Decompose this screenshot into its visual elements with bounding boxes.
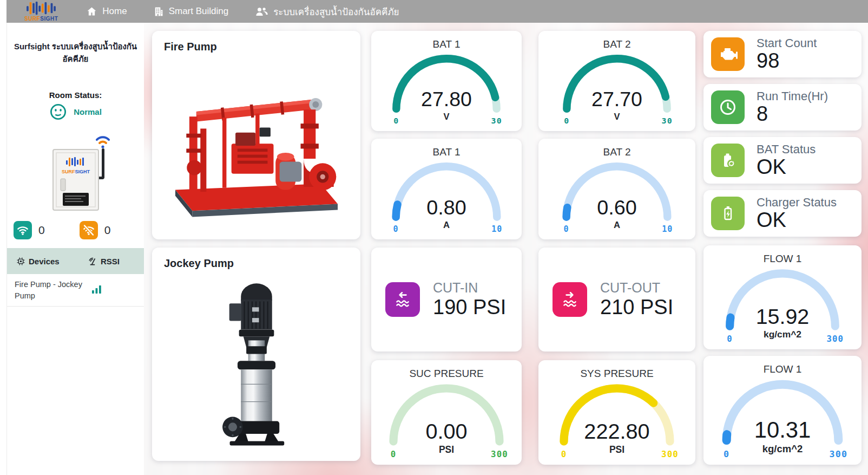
nav-item-smart-building[interactable]: Smart Building [153, 6, 229, 17]
svg-text:10.31: 10.31 [754, 417, 811, 443]
devices-column-header: Devices [17, 257, 86, 266]
svg-text:30: 30 [491, 116, 502, 126]
iot-cabinet-illustration: SURFSIGHT [32, 127, 119, 214]
svg-text:SURFSIGHT: SURFSIGHT [61, 169, 90, 174]
svg-text:0: 0 [724, 449, 729, 459]
cut-in-value: 190 PSI [433, 297, 506, 318]
nav-smart-building-label: Smart Building [169, 6, 229, 17]
jockey-pump-card: Jockey Pump [152, 248, 360, 461]
room-status: Normal [7, 103, 144, 121]
gauge-title: BAT 1 [371, 146, 522, 158]
gauge-card-bat2-current: BAT 2 0.60 A 0 10 [538, 139, 695, 239]
svg-text:PSI: PSI [609, 444, 624, 455]
gauge-title: SUC PRESURE [371, 368, 522, 380]
svg-text:0: 0 [391, 449, 397, 459]
semicircle-gauge: 0.00 PSI 0 300 [376, 381, 517, 460]
nav-home-label: Home [102, 6, 127, 17]
wifi-offline-icon [80, 221, 98, 239]
room-status-label: Room Status: [7, 90, 144, 100]
chip-icon [17, 257, 25, 265]
nav-item-home[interactable]: Home [86, 6, 127, 17]
cut-out-label: CUT-OUT [600, 281, 673, 295]
water-in-icon [385, 282, 420, 317]
rssi-header-label: RSSI [101, 257, 120, 266]
fire-pump-card: Fire Pump [152, 31, 360, 239]
run-time-label: Run Time(Hr) [757, 90, 828, 102]
fire-pump-dashboard: SURFSIGHT Home Smart Building [0, 0, 868, 475]
bat-status-label: BAT Status [757, 143, 816, 155]
gauge-title: BAT 2 [538, 146, 695, 158]
gauge-card-flow1-bottom: FLOW 1 10.31 kg/cm^2 0 300 [703, 356, 862, 465]
svg-text:0.80: 0.80 [426, 196, 466, 219]
gauge-title: FLOW 1 [703, 363, 862, 375]
semicircle-gauge: 10.31 kg/cm^2 0 300 [708, 376, 857, 460]
device-row-fire-pump-jockey-pump[interactable]: Fire Pump - Jockey Pump [7, 274, 144, 307]
svg-text:0: 0 [564, 116, 569, 126]
fire-pump-illustration [161, 64, 352, 226]
surfsight-logo[interactable]: SURFSIGHT [24, 2, 58, 22]
device-table-header: Devices RSSI [7, 248, 144, 274]
svg-text:0.00: 0.00 [425, 419, 467, 443]
svg-text:PSI: PSI [439, 444, 454, 455]
svg-text:0: 0 [564, 224, 569, 234]
nav-fire-pump-system-label: ระบบเครื่องสูบน้ำป้องกันอัคคีภัย [273, 4, 399, 19]
svg-text:222.80: 222.80 [584, 419, 649, 443]
cut-out-card: CUT-OUT 210 PSI [538, 248, 695, 352]
devices-header-label: Devices [29, 257, 60, 266]
device-name: Fire Pump - Jockey Pump [15, 279, 84, 301]
people-icon [254, 6, 268, 17]
charger-status-card: Charger Status OK [703, 190, 862, 237]
svg-text:0: 0 [727, 334, 733, 344]
jockey-pump-illustration [205, 280, 308, 448]
semicircle-gauge: 27.70 V 0 30 [543, 51, 691, 127]
svg-text:kg/cm^2: kg/cm^2 [764, 329, 801, 340]
gauge-card-flow1-top: FLOW 1 15.92 kg/cm^2 0 300 [703, 245, 862, 349]
smiley-face-icon [49, 103, 67, 121]
connection-counters: 0 0 [14, 221, 137, 239]
fire-pump-image [152, 55, 360, 235]
signal-bars-icon [91, 285, 102, 296]
svg-text:300: 300 [826, 334, 844, 344]
svg-text:A: A [443, 220, 450, 230]
building-icon [153, 6, 164, 17]
nav-item-fire-pump-system[interactable]: ระบบเครื่องสูบน้ำป้องกันอัคคีภัย [254, 4, 399, 19]
semicircle-gauge: 15.92 kg/cm^2 0 300 [708, 266, 857, 345]
jockey-pump-image [152, 271, 360, 457]
run-time-value: 8 [757, 103, 828, 125]
jockey-pump-title: Jockey Pump [164, 257, 234, 270]
svg-text:0: 0 [561, 449, 567, 459]
svg-text:kg/cm^2: kg/cm^2 [762, 443, 803, 454]
iot-gateway-image: SURFSIGHT [7, 127, 144, 214]
fire-pump-title: Fire Pump [164, 41, 217, 53]
home-icon [86, 6, 97, 17]
room-status-value: Normal [74, 107, 102, 116]
gauge-title: FLOW 1 [703, 253, 862, 265]
svg-text:15.92: 15.92 [756, 304, 810, 328]
svg-text:27.80: 27.80 [421, 88, 472, 110]
left-sidebar: Surfsight ระบบเครื่องสูบน้ำป้องกันอัคคีภ… [6, 23, 144, 475]
gauge-card-bat1-voltage: BAT 1 27.80 V 0 30 [371, 31, 522, 131]
bat-status-card: BAT Status OK [703, 137, 862, 184]
start-count-label: Start Count [757, 37, 817, 49]
rssi-column-header: RSSI [88, 257, 120, 266]
gauge-title: BAT 1 [371, 38, 522, 50]
svg-text:30: 30 [662, 116, 673, 126]
battery-refresh-icon [711, 144, 745, 177]
cut-in-card: CUT-IN 190 PSI [371, 248, 522, 352]
sidebar-title: Surfsight ระบบเครื่องสูบน้ำป้องกันอัคคีภ… [14, 40, 137, 66]
charger-status-label: Charger Status [757, 196, 837, 209]
svg-text:A: A [614, 220, 620, 230]
gauge-card-bat1-current: BAT 1 0.80 A 0 10 [371, 139, 522, 239]
offline-count: 0 [104, 224, 111, 237]
antenna-icon [88, 257, 97, 265]
surfsight-bars-icon [25, 2, 57, 16]
gauge-card-suction-pressure: SUC PRESURE 0.00 PSI 0 300 [371, 360, 522, 465]
start-count-value: 98 [757, 50, 817, 72]
cut-in-label: CUT-IN [433, 281, 506, 295]
battery-charge-icon [711, 197, 745, 230]
run-time-card: Run Time(Hr) 8 [703, 84, 862, 131]
semicircle-gauge: 27.80 V 0 30 [376, 51, 517, 127]
gauge-title: SYS PRESURE [538, 368, 695, 380]
semicircle-gauge: 222.80 PSI 0 300 [543, 381, 691, 460]
gauge-title: BAT 2 [538, 38, 695, 50]
